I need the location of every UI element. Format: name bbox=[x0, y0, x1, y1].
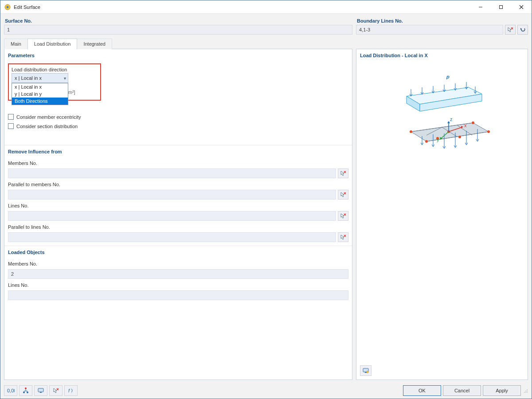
preview-settings-button[interactable] bbox=[360, 365, 372, 376]
window-title: Edit Surface bbox=[14, 4, 40, 10]
app-icon bbox=[4, 4, 11, 11]
checkbox-icon bbox=[8, 114, 14, 120]
bottom-toolbar: 0,00 f bbox=[0, 383, 532, 399]
parameters-title: Parameters bbox=[4, 49, 352, 61]
left-pane: Parameters Load distribution direction x… bbox=[4, 49, 352, 380]
svg-text:0,00: 0,00 bbox=[7, 388, 15, 393]
direction-option-both[interactable]: Both Directions bbox=[12, 98, 68, 105]
loaded-members-input[interactable]: 2 bbox=[8, 269, 348, 279]
rem-lines-pick-button[interactable] bbox=[338, 211, 348, 221]
rem-parallel-members-label: Parallel to members No. bbox=[8, 180, 348, 188]
svg-point-20 bbox=[487, 130, 490, 133]
svg-point-51 bbox=[527, 389, 528, 390]
rem-lines-label: Lines No. bbox=[8, 201, 348, 209]
consider-eccentricity-label: Consider member eccentricity bbox=[16, 114, 81, 120]
svg-point-41 bbox=[23, 391, 25, 393]
tab-bar: Main Load Distribution Integrated bbox=[0, 38, 532, 49]
cancel-button[interactable]: Cancel bbox=[443, 385, 481, 396]
pick-tool-button[interactable] bbox=[49, 385, 63, 396]
pick-cursor-x-icon bbox=[340, 170, 346, 176]
svg-point-23 bbox=[458, 136, 461, 138]
monitor-icon bbox=[37, 387, 44, 394]
rem-parallel-lines-pick-button[interactable] bbox=[338, 232, 348, 242]
svg-point-46 bbox=[527, 392, 528, 393]
loaded-objects-title: Loaded Objects bbox=[4, 246, 352, 258]
units-tool-button[interactable]: 0,00 bbox=[4, 385, 17, 396]
svg-point-49 bbox=[527, 391, 528, 391]
boundary-lines-label: Boundary Lines No. bbox=[356, 17, 528, 23]
svg-point-18 bbox=[410, 130, 412, 133]
direction-label: Load distribution direction bbox=[12, 64, 98, 73]
boundary-lines-input[interactable]: 4,1-3 bbox=[356, 25, 503, 35]
surface-no-label: Surface No. bbox=[4, 17, 352, 23]
direction-dropdown: x | Local in x y | Local in y Both Direc… bbox=[12, 83, 68, 105]
display-tool-button[interactable] bbox=[34, 385, 47, 396]
tab-integrated[interactable]: Integrated bbox=[77, 39, 112, 49]
resize-grip-icon[interactable] bbox=[523, 388, 528, 393]
undo-arrow-icon bbox=[520, 27, 526, 33]
svg-point-47 bbox=[525, 392, 526, 393]
dialog-body: Parameters Load distribution direction x… bbox=[0, 49, 532, 383]
direction-highlight-frame: Load distribution direction x | Local in… bbox=[8, 63, 101, 101]
surface-no-input[interactable]: 1 bbox=[4, 25, 352, 35]
svg-text:f: f bbox=[68, 388, 70, 393]
display-settings-icon bbox=[362, 367, 369, 374]
axis-x-label: x bbox=[464, 123, 467, 128]
function-icon: f bbox=[67, 387, 74, 394]
rem-members-pick-button[interactable] bbox=[338, 168, 348, 178]
svg-point-50 bbox=[525, 391, 526, 391]
consider-eccentricity-check[interactable]: Consider member eccentricity bbox=[8, 113, 348, 121]
rem-parallel-members-pick-button[interactable] bbox=[338, 190, 348, 200]
preview-canvas: p bbox=[356, 61, 528, 364]
consider-section-distribution-check[interactable]: Consider section distribution bbox=[8, 122, 348, 130]
pick-cursor-x-icon bbox=[340, 234, 346, 240]
svg-point-36 bbox=[367, 371, 368, 373]
pick-cursor-x-icon bbox=[340, 213, 346, 219]
pick-cursor-x-icon bbox=[340, 192, 346, 198]
loaded-lines-input[interactable] bbox=[8, 290, 348, 300]
function-tool-button[interactable]: f bbox=[64, 385, 78, 396]
svg-rect-43 bbox=[38, 388, 43, 392]
rem-parallel-lines-label: Parallel to lines No. bbox=[8, 223, 348, 231]
rem-members-input[interactable] bbox=[8, 168, 336, 178]
pick-cursor-x-icon bbox=[53, 387, 59, 394]
direction-combo-value: x | Local in x bbox=[15, 75, 42, 81]
consider-section-distribution-label: Consider section distribution bbox=[16, 124, 78, 129]
titlebar: Edit Surface bbox=[0, 0, 532, 14]
tab-load-distribution[interactable]: Load Distribution bbox=[27, 39, 78, 49]
load-symbol: p bbox=[446, 74, 450, 79]
svg-rect-35 bbox=[365, 372, 367, 373]
header-fields: Surface No. 1 Boundary Lines No. 4,1-3 bbox=[0, 14, 532, 38]
svg-rect-44 bbox=[40, 392, 42, 393]
svg-rect-1 bbox=[500, 5, 503, 8]
direction-option-local-x[interactable]: x | Local in x bbox=[12, 83, 68, 90]
preview-title: Load Distribution - Local in X bbox=[356, 49, 528, 61]
axis-y-label: y bbox=[437, 137, 439, 142]
remove-influence-title: Remove Influence from bbox=[4, 145, 352, 157]
pick-boundary-lines-button[interactable] bbox=[505, 25, 516, 35]
svg-point-19 bbox=[472, 121, 474, 124]
ok-button[interactable]: OK bbox=[403, 385, 441, 396]
rem-members-label: Members No. bbox=[8, 159, 348, 167]
minimize-button[interactable] bbox=[470, 0, 491, 14]
svg-point-21 bbox=[425, 140, 428, 143]
apply-button[interactable]: Apply bbox=[483, 385, 521, 396]
rem-parallel-members-input[interactable] bbox=[8, 190, 336, 200]
tab-main[interactable]: Main bbox=[4, 39, 28, 49]
chevron-down-icon: ▾ bbox=[64, 76, 66, 81]
svg-point-38 bbox=[25, 387, 27, 389]
loaded-members-label: Members No. bbox=[8, 259, 348, 267]
reset-boundary-lines-button[interactable] bbox=[517, 25, 528, 35]
loaded-lines-label: Lines No. bbox=[8, 281, 348, 289]
rem-parallel-lines-input[interactable] bbox=[8, 232, 336, 242]
tree-tool-button[interactable] bbox=[19, 385, 32, 396]
pick-cursor-x-icon bbox=[507, 27, 513, 33]
close-button[interactable] bbox=[511, 0, 532, 14]
maximize-button[interactable] bbox=[491, 0, 511, 14]
svg-point-48 bbox=[524, 392, 525, 393]
preview-pane: Load Distribution - Local in X bbox=[356, 49, 528, 380]
direction-combo[interactable]: x | Local in x ▾ x | Local in x y | Loca… bbox=[12, 73, 68, 83]
direction-option-local-y[interactable]: y | Local in y bbox=[12, 90, 68, 98]
rem-lines-input[interactable] bbox=[8, 211, 336, 221]
checkbox-icon bbox=[8, 123, 14, 129]
